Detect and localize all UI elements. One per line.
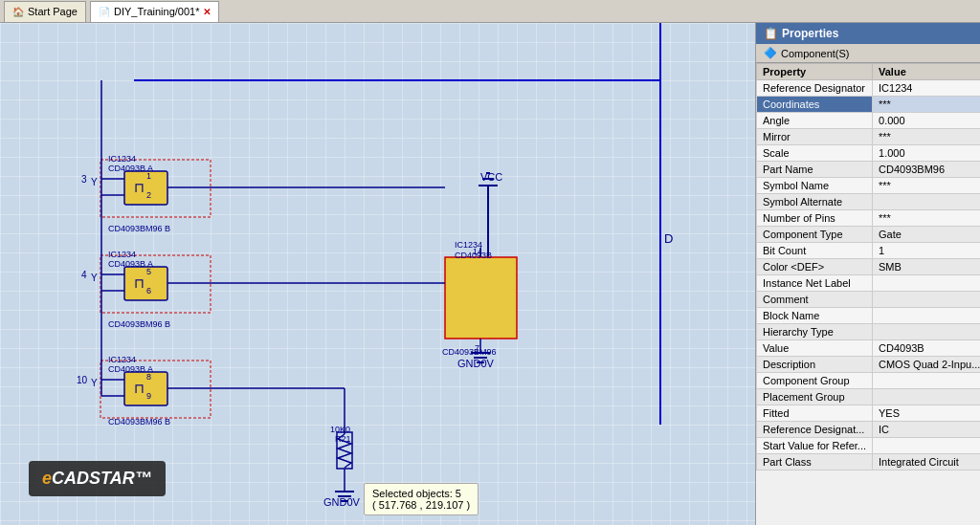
- table-row[interactable]: Instance Net Label: [757, 275, 981, 292]
- svg-text:6: 6: [146, 286, 151, 295]
- col-value: Value: [873, 64, 980, 80]
- svg-text:VCC: VCC: [480, 171, 502, 183]
- table-row[interactable]: Reference DesignatorIC1234: [757, 80, 981, 97]
- table-row[interactable]: Symbol Name***: [757, 178, 981, 194]
- table-row[interactable]: ValueCD4093B: [757, 340, 981, 357]
- tab-start-label: Start Page: [28, 6, 78, 17]
- properties-table[interactable]: Property Value Reference DesignatorIC123…: [756, 63, 980, 525]
- svg-text:3: 3: [81, 174, 87, 185]
- property-name: Comment: [757, 292, 873, 308]
- property-value[interactable]: IC1234: [873, 80, 980, 97]
- diy-page-icon: 📄: [99, 7, 110, 17]
- property-value[interactable]: [873, 324, 980, 340]
- table-row[interactable]: FittedYES: [757, 405, 981, 422]
- property-value[interactable]: [873, 308, 980, 324]
- svg-text:GND0V: GND0V: [457, 358, 495, 369]
- properties-icon: 📋: [764, 27, 778, 40]
- property-name: Start Value for Refer...: [757, 438, 873, 454]
- property-value[interactable]: [873, 275, 980, 292]
- table-row[interactable]: Part ClassIntegrated Circuit: [757, 454, 981, 470]
- property-name: Color <DEF>: [757, 259, 873, 275]
- table-row[interactable]: Symbol Alternate: [757, 194, 981, 210]
- status-coords: ( 517.768 , 219.107 ): [372, 499, 470, 511]
- table-row[interactable]: Component TypeGate: [757, 227, 981, 243]
- canvas-area[interactable]: D VCC IC1234 CD4093B CD4093BM96 14 7 GND…: [0, 23, 755, 525]
- svg-text:⊓: ⊓: [134, 381, 145, 396]
- svg-text:CD4093BM96  B: CD4093BM96 B: [108, 319, 170, 329]
- svg-text:⊓: ⊓: [134, 180, 145, 195]
- property-name: Scale: [757, 145, 873, 162]
- logo-name: CADSTAR: [52, 469, 135, 488]
- table-row[interactable]: Scale1.000: [757, 145, 981, 162]
- property-value[interactable]: 1.000: [873, 145, 980, 162]
- property-name: Symbol Alternate: [757, 194, 873, 210]
- table-row[interactable]: Color <DEF>SMB: [757, 259, 981, 275]
- svg-text:IC1234: IC1234: [108, 355, 136, 364]
- svg-text:CD4093BM96  B: CD4093BM96 B: [108, 417, 170, 427]
- svg-text:1: 1: [146, 171, 151, 181]
- property-value[interactable]: [873, 389, 980, 405]
- table-row[interactable]: DescriptionCMOS Quad 2-Inpu...: [757, 357, 981, 373]
- tab-start[interactable]: 🏠 Start Page: [4, 1, 86, 22]
- property-value[interactable]: [873, 373, 980, 389]
- table-row[interactable]: Coordinates***: [757, 97, 981, 113]
- tab-diy-close[interactable]: ✕: [203, 7, 211, 17]
- svg-text:4: 4: [81, 270, 87, 280]
- svg-text:14: 14: [473, 247, 482, 256]
- property-name: Reference Designator: [757, 80, 873, 97]
- property-value[interactable]: CD4093BM96: [873, 162, 980, 178]
- properties-title-label: Properties: [782, 27, 838, 40]
- start-page-icon: 🏠: [12, 7, 24, 17]
- property-value[interactable]: [873, 292, 980, 308]
- table-row[interactable]: Part NameCD4093BM96: [757, 162, 981, 178]
- property-value[interactable]: ***: [873, 210, 980, 227]
- svg-text:2: 2: [146, 190, 151, 200]
- property-name: Instance Net Label: [757, 275, 873, 292]
- table-row[interactable]: Hierarchy Type: [757, 324, 981, 340]
- table-row[interactable]: Bit Count1: [757, 243, 981, 259]
- schematic-svg: D VCC IC1234 CD4093B CD4093BM96 14 7 GND…: [0, 23, 755, 525]
- property-name: Mirror: [757, 129, 873, 145]
- property-value[interactable]: Integrated Circuit: [873, 454, 980, 470]
- property-value[interactable]: CMOS Quad 2-Inpu...: [873, 357, 980, 373]
- svg-text:IC1234: IC1234: [108, 250, 136, 259]
- property-value[interactable]: IC: [873, 422, 980, 438]
- property-value[interactable]: [873, 438, 980, 454]
- table-row[interactable]: Block Name: [757, 308, 981, 324]
- property-name: Placement Group: [757, 389, 873, 405]
- svg-text:10: 10: [77, 375, 88, 385]
- property-value[interactable]: ***: [873, 97, 980, 113]
- svg-text:CD4093BM96  B: CD4093BM96 B: [108, 224, 170, 233]
- ecadstar-logo: eCADSTAR™: [29, 461, 166, 496]
- table-row[interactable]: Angle0.000: [757, 113, 981, 129]
- table-row[interactable]: Component Group: [757, 373, 981, 389]
- property-name: Part Name: [757, 162, 873, 178]
- table-row[interactable]: Number of Pins***: [757, 210, 981, 227]
- svg-text:5: 5: [146, 267, 151, 276]
- property-value[interactable]: Gate: [873, 227, 980, 243]
- properties-subtitle-label: Component(S): [781, 48, 850, 59]
- property-value[interactable]: [873, 194, 980, 210]
- property-name: Reference Designat...: [757, 422, 873, 438]
- property-name: Coordinates: [757, 97, 873, 113]
- property-name: Fitted: [757, 405, 873, 422]
- tab-diy[interactable]: 📄 DIY_Training/001* ✕: [90, 1, 219, 22]
- table-row[interactable]: Comment: [757, 292, 981, 308]
- property-value[interactable]: 0.000: [873, 113, 980, 129]
- status-selected: Selected objects: 5: [372, 488, 470, 499]
- tab-diy-label: DIY_Training/001*: [114, 6, 199, 17]
- table-row[interactable]: Start Value for Refer...: [757, 438, 981, 454]
- table-row[interactable]: Mirror***: [757, 129, 981, 145]
- property-value[interactable]: ***: [873, 178, 980, 194]
- property-value[interactable]: CD4093B: [873, 340, 980, 357]
- property-name: Part Class: [757, 454, 873, 470]
- property-value[interactable]: YES: [873, 405, 980, 422]
- property-value[interactable]: 1: [873, 243, 980, 259]
- properties-subtitle: 🔷 Component(S): [756, 44, 980, 63]
- table-row[interactable]: Placement Group: [757, 389, 981, 405]
- properties-panel: 📋 Properties 🔷 Component(S) Property Val…: [755, 23, 980, 525]
- property-value[interactable]: SMB: [873, 259, 980, 275]
- property-value[interactable]: ***: [873, 129, 980, 145]
- title-bar: 🏠 Start Page 📄 DIY_Training/001* ✕: [0, 0, 980, 23]
- table-row[interactable]: Reference Designat...IC: [757, 422, 981, 438]
